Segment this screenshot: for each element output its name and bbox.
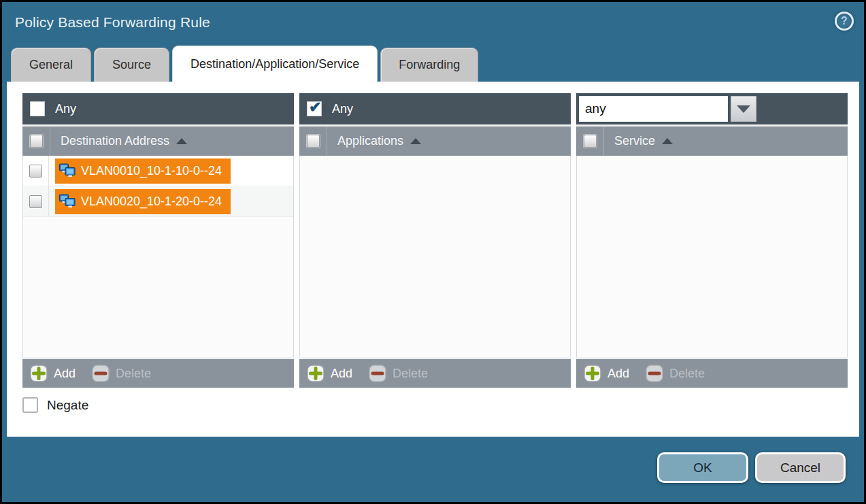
delete-icon <box>92 365 110 382</box>
service-panel: any Service Add <box>576 93 848 388</box>
tab-destination-application-service[interactable]: Destination/Application/Service <box>172 46 378 82</box>
page-title: Policy Based Forwarding Rule <box>15 14 210 31</box>
delete-label: Delete <box>393 367 428 381</box>
destination-address-panel: Any Destination Address <box>22 93 294 388</box>
delete-button[interactable]: Delete <box>92 365 151 382</box>
row-checkbox[interactable] <box>29 195 42 208</box>
tab-source[interactable]: Source <box>94 48 169 82</box>
tab-forwarding[interactable]: Forwarding <box>380 48 478 82</box>
sort-ascending-icon <box>410 138 421 144</box>
chevron-down-icon <box>737 105 750 113</box>
destination-list: VLAN0010_10-1-10-0--24 <box>22 156 294 357</box>
address-object-chip[interactable]: VLAN0020_10-1-20-0--24 <box>55 189 231 214</box>
service-dropdown-button[interactable] <box>731 96 756 122</box>
address-group-icon <box>59 163 76 179</box>
policy-based-forwarding-dialog: Policy Based Forwarding Rule ? General S… <box>0 0 866 504</box>
add-button[interactable]: Add <box>307 365 352 382</box>
ok-button[interactable]: OK <box>657 452 748 483</box>
delete-button[interactable]: Delete <box>646 365 705 382</box>
destination-header-label: Destination Address <box>61 134 169 148</box>
add-label: Add <box>607 367 629 381</box>
delete-icon <box>369 365 386 382</box>
tab-bar: General Source Destination/Application/S… <box>11 46 478 82</box>
service-select-all-checkbox[interactable] <box>584 135 597 148</box>
applications-list <box>299 156 571 357</box>
sort-ascending-icon <box>662 138 673 144</box>
delete-label: Delete <box>669 367 705 381</box>
service-column-header[interactable]: Service <box>576 124 848 156</box>
cancel-button[interactable]: Cancel <box>755 452 846 483</box>
add-button[interactable]: Add <box>584 365 629 382</box>
applications-toolbar: Add Delete <box>299 357 571 388</box>
add-icon <box>307 365 324 382</box>
address-object-name: VLAN0010_10-1-10-0--24 <box>81 164 222 178</box>
delete-label: Delete <box>116 367 151 381</box>
service-list <box>576 156 848 357</box>
delete-button[interactable]: Delete <box>369 365 428 382</box>
destination-any-checkbox[interactable] <box>30 101 45 116</box>
destination-column-header[interactable]: Destination Address <box>22 124 294 156</box>
tab-panel: Any Destination Address <box>7 82 859 437</box>
applications-panel: Any Applications Add <box>299 93 571 388</box>
service-dropdown-value[interactable]: any <box>579 96 728 122</box>
service-toolbar: Add Delete <box>576 357 848 388</box>
applications-any-checkbox[interactable] <box>307 101 322 116</box>
address-object-name: VLAN0020_10-1-20-0--24 <box>81 195 222 209</box>
negate-checkbox[interactable] <box>22 397 38 413</box>
add-label: Add <box>331 367 352 381</box>
sort-ascending-icon <box>176 138 187 144</box>
applications-any-bar: Any <box>299 93 571 124</box>
service-dropdown-bar: any <box>576 93 848 124</box>
destination-any-bar: Any <box>22 93 294 124</box>
destination-select-all-checkbox[interactable] <box>30 135 43 148</box>
table-row: VLAN0010_10-1-10-0--24 <box>23 156 293 186</box>
destination-any-label: Any <box>55 102 76 116</box>
add-icon <box>584 365 601 382</box>
service-header-label: Service <box>614 134 655 148</box>
address-object-chip[interactable]: VLAN0010_10-1-10-0--24 <box>55 158 231 184</box>
add-button[interactable]: Add <box>30 365 76 382</box>
add-label: Add <box>54 367 76 381</box>
destination-toolbar: Add Delete <box>22 357 294 388</box>
negate-label: Negate <box>47 398 88 413</box>
tab-general[interactable]: General <box>11 48 91 82</box>
applications-any-label: Any <box>332 102 353 116</box>
address-group-icon <box>59 193 76 209</box>
applications-header-label: Applications <box>337 134 403 148</box>
table-row: VLAN0020_10-1-20-0--24 <box>23 186 293 217</box>
applications-select-all-checkbox[interactable] <box>307 135 320 148</box>
delete-icon <box>646 365 663 382</box>
help-icon[interactable]: ? <box>835 12 854 31</box>
add-icon <box>30 365 48 382</box>
negate-row: Negate <box>22 397 88 413</box>
applications-column-header[interactable]: Applications <box>299 124 571 156</box>
row-checkbox[interactable] <box>29 165 42 178</box>
